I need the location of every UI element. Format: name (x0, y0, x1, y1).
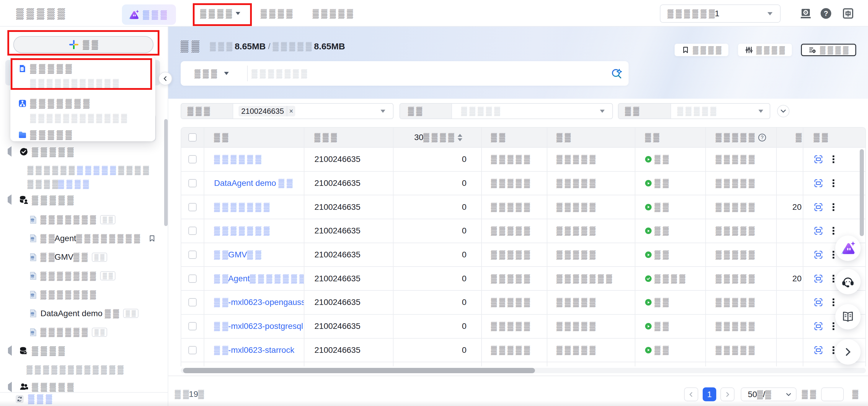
svg-text:?: ? (824, 9, 828, 18)
svg-text:?: ? (761, 135, 764, 140)
